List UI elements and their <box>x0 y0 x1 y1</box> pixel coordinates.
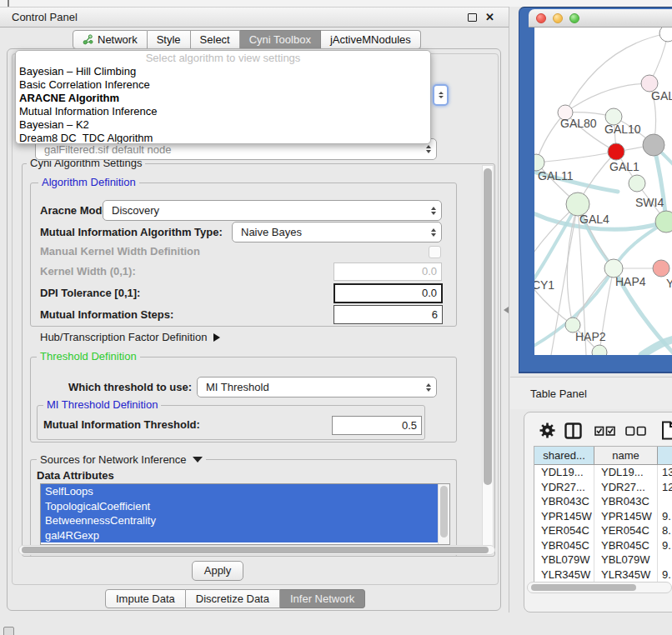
table-row-7[interactable]: YLR345WYLR345W9. <box>534 568 672 582</box>
node-node-salmon[interactable] <box>653 260 669 277</box>
hub-definition-expander[interactable]: Hub/Transcription Factor Definition <box>40 330 220 345</box>
table-cell[interactable]: YBR045C <box>534 538 594 553</box>
minimize-traffic-light-icon[interactable] <box>553 13 563 23</box>
mi-steps-field[interactable]: 6 <box>333 305 443 324</box>
network-graph[interactable]: GALGAL80GAL10GAL1GAL11SWI4GAL4GCY1HAP4YH… <box>534 28 672 355</box>
table-cell[interactable]: YPR145W <box>594 509 658 524</box>
tab-impute-data[interactable]: Impute Data <box>105 589 186 608</box>
aracne-mode-combobox[interactable]: Discovery <box>103 200 442 221</box>
algorithm-option-dream8-dc-tdc-algorithm[interactable]: Dream8 DC_TDC Algorithm <box>16 132 430 144</box>
table-row-0[interactable]: YDL19...YDL19...13 <box>534 465 672 480</box>
splitter-handle[interactable] <box>503 305 510 315</box>
table-cell[interactable]: 9. <box>658 538 672 553</box>
node-label-y: Y <box>666 277 672 290</box>
table-cell[interactable]: YER054C <box>594 523 658 538</box>
settings-scroll-thumb[interactable] <box>484 168 492 485</box>
node-node-top-partial[interactable] <box>659 28 672 42</box>
mi-type-combobox[interactable]: Naive Bayes <box>232 222 442 242</box>
tab-select[interactable]: Select <box>191 30 240 49</box>
attribute-item-topologicalcoefficient[interactable]: TopologicalCoefficient <box>41 499 439 514</box>
algorithm-option-mutual-information-inference[interactable]: Mutual Information Inference <box>16 105 430 118</box>
column-header-name[interactable]: name <box>594 447 658 465</box>
table-cell[interactable]: YER054C <box>534 523 594 538</box>
network-canvas[interactable]: GALGAL80GAL10GAL1GAL11SWI4GAL4GCY1HAP4YH… <box>534 28 672 355</box>
table-row-2[interactable]: YBR043CYBR043C <box>534 494 672 509</box>
column-header-a[interactable]: A <box>658 447 672 465</box>
file-icon[interactable] <box>661 421 672 442</box>
algorithm-option-bayesian-hill-climbing[interactable]: Bayesian – Hill Climbing <box>16 65 430 78</box>
mi-type-label: Mutual Information Algorithm Type: <box>40 222 223 242</box>
mi-threshold-field[interactable]: 0.5 <box>332 416 422 435</box>
table-cell[interactable]: YDR27... <box>534 480 594 495</box>
attribute-item-betweennesscentrality[interactable]: BetweennessCentrality <box>41 513 439 528</box>
column-header-shared-[interactable]: shared... <box>534 447 594 465</box>
close-traffic-light-icon[interactable] <box>536 13 546 23</box>
sources-expander[interactable]: Sources for Network Inference <box>37 454 206 466</box>
table-cell[interactable]: YBL079W <box>534 552 594 568</box>
algorithm-option-basic-correlation-inference[interactable]: Basic Correlation Inference <box>16 78 430 92</box>
tab-network[interactable]: Network <box>73 30 148 49</box>
deselect-all-checkbox-icon[interactable] <box>625 426 647 438</box>
tab-label: Cyni Toolbox <box>249 33 311 46</box>
table-cell[interactable]: 12 <box>658 480 672 495</box>
table-row-3[interactable]: YPR145WYPR145W9. <box>534 509 672 524</box>
table-cell[interactable]: YLR345W <box>594 568 658 582</box>
table-cell[interactable]: YPR145W <box>534 509 594 524</box>
table-cell[interactable]: YBR045C <box>594 538 658 553</box>
table-cell[interactable]: 13 <box>658 465 672 480</box>
node-node-red[interactable] <box>608 143 624 160</box>
sources-title: Sources for Network Inference <box>40 453 187 466</box>
tab-jactivemnodules[interactable]: jActiveMNodules <box>321 30 421 49</box>
minimized-panel-icon[interactable] <box>3 627 14 635</box>
table-cell[interactable]: 8. <box>658 523 672 538</box>
table-cell[interactable]: YBL079W <box>594 552 658 568</box>
bottom-tabs: Impute DataDiscretize DataInfer Network <box>105 589 365 608</box>
table-cell[interactable]: YBR043C <box>534 494 594 509</box>
table-cell[interactable]: YDL19... <box>594 465 658 480</box>
split-columns-icon[interactable] <box>564 422 582 442</box>
attributes-list-scrollbar <box>438 484 449 544</box>
close-icon[interactable]: ✕ <box>485 13 494 22</box>
zoom-traffic-light-icon[interactable] <box>569 13 579 23</box>
algorithm-option-aracne-algorithm[interactable]: ARACNE Algorithm <box>16 92 430 105</box>
which-threshold-combobox[interactable]: MI Threshold <box>197 377 437 398</box>
table-cell[interactable]: YDR27... <box>594 480 658 495</box>
table-cell[interactable]: YBR043C <box>594 494 658 509</box>
attribute-item-gal4rgexp[interactable]: gal4RGexp <box>41 528 439 543</box>
node-swi4[interactable] <box>655 211 672 232</box>
tab-infer-network[interactable]: Infer Network <box>280 589 365 608</box>
dpi-tolerance-label: DPI Tolerance [0,1]: <box>40 283 140 303</box>
node-gal1[interactable] <box>629 175 645 192</box>
node-node-gray[interactable] <box>643 134 664 156</box>
expand-right-icon <box>213 333 220 342</box>
kernel-width-field: 0.0 <box>333 262 442 281</box>
table-cell[interactable] <box>658 552 672 568</box>
select-all-checkbox-icon[interactable] <box>594 426 616 438</box>
table-row-1[interactable]: YDR27...YDR27...12 <box>534 480 672 495</box>
table-row-4[interactable]: YER054CYER054C8. <box>534 523 672 538</box>
table-cell[interactable]: YDL19... <box>534 465 594 480</box>
attribute-item-selfloops[interactable]: SelfLoops <box>41 484 439 499</box>
stepper-down-icon <box>439 96 444 98</box>
algorithm-option-bayesian-k2[interactable]: Bayesian – K2 <box>16 118 430 132</box>
table-cell[interactable]: YLR345W <box>534 568 594 582</box>
tab-label: Network <box>98 33 138 46</box>
tab-cyni-toolbox[interactable]: Cyni Toolbox <box>240 30 321 49</box>
table-cell[interactable] <box>658 494 672 509</box>
settings-hscroll-thumb[interactable] <box>22 547 489 553</box>
tab-style[interactable]: Style <box>148 30 191 49</box>
table-hscroll-thumb[interactable] <box>531 584 636 591</box>
node-gal11[interactable] <box>534 154 544 171</box>
algorithm-combobox-stepper[interactable] <box>433 84 449 106</box>
dpi-tolerance-field[interactable]: 0.0 <box>333 283 443 303</box>
table-row-5[interactable]: YBR045CYBR045C9. <box>534 538 672 553</box>
table-cell[interactable]: 9. <box>658 509 672 524</box>
table-cell[interactable]: 9. <box>658 568 672 582</box>
float-window-icon[interactable] <box>468 13 477 22</box>
tab-discretize-data[interactable]: Discretize Data <box>186 589 280 608</box>
attributes-scroll-thumb[interactable] <box>440 486 448 538</box>
table-row-6[interactable]: YBL079WYBL079W <box>534 552 672 568</box>
settings-gear-icon[interactable] <box>539 422 556 442</box>
control-panel-window-buttons: ✕ <box>468 8 494 27</box>
apply-button[interactable]: Apply <box>192 561 243 581</box>
